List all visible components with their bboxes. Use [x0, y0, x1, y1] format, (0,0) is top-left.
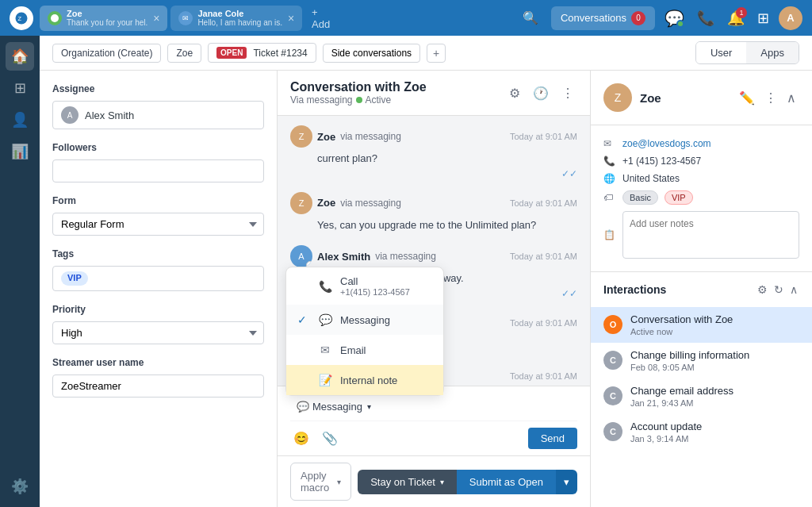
- compose-type-dropdown: 📞 Call +1(415) 123-4567 ✓ 💬 Messaging: [285, 267, 444, 396]
- interaction-item-0[interactable]: O Conversation with Zoe Active now: [591, 307, 812, 343]
- breadcrumb-user[interactable]: Zoe: [167, 44, 201, 63]
- more-profile-options-button[interactable]: ⋮: [761, 87, 780, 109]
- stay-on-ticket-button[interactable]: Stay on Ticket ▾: [358, 470, 457, 494]
- interaction-item-2[interactable]: C Change email address Jan 21, 9:43 AM: [603, 378, 799, 414]
- tags-section: Tags VIP: [52, 248, 264, 291]
- interaction-item-1[interactable]: C Change billing information Feb 08, 9:0…: [603, 343, 799, 378]
- apps-tab-button[interactable]: Apps: [746, 42, 799, 63]
- tab-janae-title: Janae Cole Hello, I am having an is...: [197, 9, 283, 27]
- user-profile-name: Zoe: [640, 91, 728, 105]
- close-tab-zoe[interactable]: ×: [153, 12, 159, 25]
- center-and-bottom: Organization (Create) Zoe OPEN Ticket #1…: [40, 36, 812, 507]
- compose-mode-selector[interactable]: 💬 Messaging ▾: [290, 398, 377, 416]
- breadcrumb-ticket[interactable]: OPEN Ticket #1234: [208, 43, 316, 63]
- note-icon: 📝: [318, 373, 332, 387]
- sidebar-item-settings[interactable]: ⚙️: [6, 472, 34, 501]
- breadcrumb-organization[interactable]: Organization (Create): [52, 44, 161, 63]
- conversations-badge: 0: [631, 11, 645, 25]
- submit-caret-button[interactable]: ▾: [556, 470, 577, 494]
- phone-icon-wrapper[interactable]: 📞: [697, 10, 714, 27]
- nav-tab-janae[interactable]: ✉ Janae Cole Hello, I am having an is...…: [170, 6, 302, 31]
- refresh-interactions-button[interactable]: ↻: [772, 282, 785, 298]
- sidebar-item-home[interactable]: 🏠: [6, 42, 34, 71]
- dropdown-internal-note-option[interactable]: 📝 Internal note: [286, 365, 443, 395]
- conversations-button[interactable]: Conversations 0: [551, 6, 655, 30]
- dropdown-call-option[interactable]: 📞 Call +1(415) 123-4567: [286, 267, 443, 305]
- assignee-input[interactable]: A Alex Smith: [52, 101, 264, 129]
- conversation-panel: Conversation with Zoe Via messaging Acti…: [278, 71, 590, 507]
- collapse-profile-button[interactable]: ∧: [783, 87, 799, 109]
- more-options-icon[interactable]: ⋮: [558, 83, 577, 104]
- phone-info-icon: 📞: [603, 156, 616, 167]
- attachment-button[interactable]: 📎: [319, 428, 341, 449]
- interaction-subtitle: Jan 3, 9:14 AM: [630, 434, 799, 444]
- interaction-title: Change email address: [630, 385, 799, 397]
- center-main: Assignee A Alex Smith Followers Form R: [40, 71, 812, 507]
- left-nav: 🏠 ⊞ 👤 📊 ⚙️: [0, 36, 40, 507]
- user-info: ✉ zoe@lovesdogs.com 📞 +1 (415) 123-4567 …: [591, 125, 812, 272]
- nav-tabs: Zoe Thank you for your hel... × ✉ Janae …: [40, 6, 344, 31]
- user-country-row: 🌐 United States: [603, 170, 799, 187]
- message-avatar: Z: [290, 125, 312, 148]
- tags-container[interactable]: VIP: [52, 266, 264, 291]
- notifications-icon-wrapper[interactable]: 🔔 1: [727, 10, 745, 27]
- streamer-input[interactable]: [52, 374, 264, 398]
- notification-badge: 1: [736, 7, 747, 18]
- streamer-section: Streamer user name: [52, 357, 264, 398]
- interaction-item-3[interactable]: C Account update Jan 3, 9:14 AM: [603, 414, 799, 450]
- interaction-subtitle: Jan 21, 9:43 AM: [630, 398, 799, 408]
- close-tab-janae[interactable]: ×: [288, 12, 294, 25]
- top-nav: Z Zoe Thank you for your hel... × ✉ Jana…: [0, 0, 812, 36]
- collapse-interactions-button[interactable]: ∧: [788, 282, 799, 298]
- app-wrapper: Z Zoe Thank you for your hel... × ✉ Jana…: [0, 0, 812, 507]
- user-notes-input[interactable]: [622, 211, 799, 259]
- chevron-down-icon: ▾: [440, 478, 444, 486]
- user-tags-row: 🏷 Basic VIP: [603, 187, 799, 208]
- add-breadcrumb-button[interactable]: +: [427, 44, 446, 63]
- sidebar-item-tickets[interactable]: ⊞: [6, 74, 34, 102]
- submit-as-open-button[interactable]: Submit as Open: [457, 470, 556, 494]
- bottom-bar: Apply macro ▾ Stay on Ticket ▾ Submit as…: [278, 455, 590, 507]
- user-avatar-nav[interactable]: A: [779, 6, 802, 30]
- apply-macro-selector[interactable]: Apply macro ▾: [290, 463, 351, 501]
- edit-profile-button[interactable]: ✏️: [736, 87, 758, 109]
- conversation-title: Conversation with Zoe: [290, 80, 427, 94]
- send-button[interactable]: Send: [528, 428, 577, 449]
- interaction-subtitle: Active now: [630, 327, 799, 336]
- svg-point-2: [51, 14, 59, 22]
- history-icon[interactable]: 🕐: [530, 83, 552, 104]
- right-panel: Z Zoe ✏️ ⋮ ∧ ✉ zoe@lovesdogs.com: [590, 71, 812, 507]
- search-icon[interactable]: 🔍: [523, 10, 538, 25]
- priority-select[interactable]: High: [52, 321, 264, 344]
- user-profile-avatar: Z: [603, 83, 632, 112]
- emoji-button[interactable]: 😊: [290, 428, 312, 449]
- user-profile-header: Z Zoe ✏️ ⋮ ∧: [591, 71, 812, 125]
- dropdown-messaging-option[interactable]: ✓ 💬 Messaging: [286, 305, 443, 335]
- compose-area: 💬 Messaging ▾ 😊 📎 Send: [278, 386, 590, 455]
- tag-icon: 🏷: [603, 192, 616, 203]
- tab-zoe-title: Zoe Thank you for your hel...: [67, 9, 148, 27]
- status-indicator[interactable]: 💬: [665, 9, 684, 28]
- filter-interactions-button[interactable]: ⚙: [756, 282, 769, 298]
- followers-section: Followers: [52, 142, 264, 182]
- message-avatar: Z: [290, 192, 312, 214]
- svg-text:Z: Z: [18, 15, 22, 22]
- followers-input[interactable]: [52, 159, 264, 182]
- sidebar-item-contacts[interactable]: 👤: [6, 106, 34, 134]
- followers-label: Followers: [52, 142, 264, 153]
- interaction-title: Conversation with Zoe: [630, 313, 799, 325]
- conversation-subtitle: Via messaging Active: [290, 94, 427, 106]
- sidebar-item-reports[interactable]: 📊: [6, 137, 34, 166]
- app-logo[interactable]: Z: [10, 6, 33, 30]
- form-select[interactable]: Regular Form: [52, 213, 264, 236]
- user-tab-button[interactable]: User: [696, 42, 746, 63]
- filter-icon[interactable]: ⚙: [506, 83, 523, 104]
- interaction-title: Account update: [630, 421, 799, 432]
- nav-tab-zoe[interactable]: Zoe Thank you for your hel... ×: [40, 6, 167, 31]
- breadcrumb-side-conversations[interactable]: Side conversations: [323, 44, 420, 63]
- dropdown-email-option[interactable]: ✉ Email: [286, 335, 443, 365]
- ticket-status-badge: OPEN: [216, 47, 247, 59]
- add-tab-button[interactable]: + Add: [305, 6, 344, 30]
- interaction-subtitle: Feb 08, 9:05 AM: [630, 363, 799, 372]
- apps-grid-icon[interactable]: ⊞: [757, 10, 769, 27]
